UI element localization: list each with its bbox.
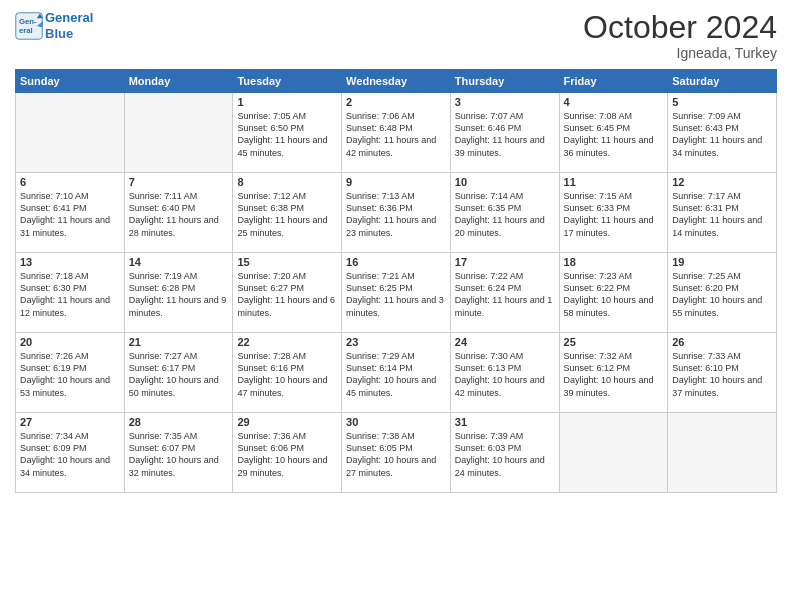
day-info: Sunrise: 7:13 AM Sunset: 6:36 PM Dayligh… (346, 190, 446, 239)
day-info: Sunrise: 7:11 AM Sunset: 6:40 PM Dayligh… (129, 190, 229, 239)
day-info: Sunrise: 7:22 AM Sunset: 6:24 PM Dayligh… (455, 270, 555, 319)
calendar-cell: 11Sunrise: 7:15 AM Sunset: 6:33 PM Dayli… (559, 173, 668, 253)
calendar-cell: 14Sunrise: 7:19 AM Sunset: 6:28 PM Dayli… (124, 253, 233, 333)
day-number: 27 (20, 416, 120, 428)
calendar-cell: 7Sunrise: 7:11 AM Sunset: 6:40 PM Daylig… (124, 173, 233, 253)
day-info: Sunrise: 7:14 AM Sunset: 6:35 PM Dayligh… (455, 190, 555, 239)
title-block: October 2024 Igneada, Turkey (583, 10, 777, 61)
calendar-cell (559, 413, 668, 493)
day-number: 26 (672, 336, 772, 348)
location-title: Igneada, Turkey (583, 45, 777, 61)
day-info: Sunrise: 7:08 AM Sunset: 6:45 PM Dayligh… (564, 110, 664, 159)
calendar-cell: 28Sunrise: 7:35 AM Sunset: 6:07 PM Dayli… (124, 413, 233, 493)
calendar-week-row: 13Sunrise: 7:18 AM Sunset: 6:30 PM Dayli… (16, 253, 777, 333)
calendar-cell: 8Sunrise: 7:12 AM Sunset: 6:38 PM Daylig… (233, 173, 342, 253)
calendar-cell: 13Sunrise: 7:18 AM Sunset: 6:30 PM Dayli… (16, 253, 125, 333)
weekday-header-sunday: Sunday (16, 70, 125, 93)
day-number: 7 (129, 176, 229, 188)
weekday-header-tuesday: Tuesday (233, 70, 342, 93)
calendar-cell: 3Sunrise: 7:07 AM Sunset: 6:46 PM Daylig… (450, 93, 559, 173)
calendar-cell: 9Sunrise: 7:13 AM Sunset: 6:36 PM Daylig… (342, 173, 451, 253)
calendar-cell: 24Sunrise: 7:30 AM Sunset: 6:13 PM Dayli… (450, 333, 559, 413)
day-number: 13 (20, 256, 120, 268)
day-info: Sunrise: 7:33 AM Sunset: 6:10 PM Dayligh… (672, 350, 772, 399)
day-number: 10 (455, 176, 555, 188)
day-number: 30 (346, 416, 446, 428)
calendar-cell: 27Sunrise: 7:34 AM Sunset: 6:09 PM Dayli… (16, 413, 125, 493)
day-info: Sunrise: 7:05 AM Sunset: 6:50 PM Dayligh… (237, 110, 337, 159)
logo-general: General (45, 10, 93, 26)
logo-icon: Gen- eral (15, 12, 43, 40)
day-info: Sunrise: 7:30 AM Sunset: 6:13 PM Dayligh… (455, 350, 555, 399)
weekday-header-friday: Friday (559, 70, 668, 93)
day-number: 19 (672, 256, 772, 268)
day-number: 14 (129, 256, 229, 268)
calendar-cell: 15Sunrise: 7:20 AM Sunset: 6:27 PM Dayli… (233, 253, 342, 333)
day-number: 3 (455, 96, 555, 108)
calendar-cell: 26Sunrise: 7:33 AM Sunset: 6:10 PM Dayli… (668, 333, 777, 413)
calendar-cell: 20Sunrise: 7:26 AM Sunset: 6:19 PM Dayli… (16, 333, 125, 413)
day-info: Sunrise: 7:35 AM Sunset: 6:07 PM Dayligh… (129, 430, 229, 479)
day-info: Sunrise: 7:36 AM Sunset: 6:06 PM Dayligh… (237, 430, 337, 479)
day-info: Sunrise: 7:32 AM Sunset: 6:12 PM Dayligh… (564, 350, 664, 399)
day-number: 28 (129, 416, 229, 428)
day-info: Sunrise: 7:39 AM Sunset: 6:03 PM Dayligh… (455, 430, 555, 479)
day-info: Sunrise: 7:23 AM Sunset: 6:22 PM Dayligh… (564, 270, 664, 319)
day-number: 21 (129, 336, 229, 348)
day-number: 16 (346, 256, 446, 268)
day-number: 12 (672, 176, 772, 188)
day-info: Sunrise: 7:34 AM Sunset: 6:09 PM Dayligh… (20, 430, 120, 479)
day-number: 18 (564, 256, 664, 268)
calendar-cell: 12Sunrise: 7:17 AM Sunset: 6:31 PM Dayli… (668, 173, 777, 253)
day-number: 29 (237, 416, 337, 428)
month-title: October 2024 (583, 10, 777, 45)
header-row: Gen- eral General Blue October 2024 Igne… (15, 10, 777, 61)
weekday-header-monday: Monday (124, 70, 233, 93)
svg-text:eral: eral (19, 26, 33, 35)
day-number: 17 (455, 256, 555, 268)
day-info: Sunrise: 7:29 AM Sunset: 6:14 PM Dayligh… (346, 350, 446, 399)
day-info: Sunrise: 7:19 AM Sunset: 6:28 PM Dayligh… (129, 270, 229, 319)
day-number: 22 (237, 336, 337, 348)
page-container: Gen- eral General Blue October 2024 Igne… (0, 0, 792, 503)
day-number: 11 (564, 176, 664, 188)
day-number: 8 (237, 176, 337, 188)
calendar-week-row: 1Sunrise: 7:05 AM Sunset: 6:50 PM Daylig… (16, 93, 777, 173)
calendar-cell: 31Sunrise: 7:39 AM Sunset: 6:03 PM Dayli… (450, 413, 559, 493)
day-info: Sunrise: 7:26 AM Sunset: 6:19 PM Dayligh… (20, 350, 120, 399)
calendar-cell: 16Sunrise: 7:21 AM Sunset: 6:25 PM Dayli… (342, 253, 451, 333)
calendar-cell: 10Sunrise: 7:14 AM Sunset: 6:35 PM Dayli… (450, 173, 559, 253)
day-info: Sunrise: 7:28 AM Sunset: 6:16 PM Dayligh… (237, 350, 337, 399)
day-number: 6 (20, 176, 120, 188)
calendar-cell: 5Sunrise: 7:09 AM Sunset: 6:43 PM Daylig… (668, 93, 777, 173)
weekday-header-saturday: Saturday (668, 70, 777, 93)
day-number: 24 (455, 336, 555, 348)
day-info: Sunrise: 7:17 AM Sunset: 6:31 PM Dayligh… (672, 190, 772, 239)
calendar-cell: 21Sunrise: 7:27 AM Sunset: 6:17 PM Dayli… (124, 333, 233, 413)
day-info: Sunrise: 7:21 AM Sunset: 6:25 PM Dayligh… (346, 270, 446, 319)
calendar-cell: 18Sunrise: 7:23 AM Sunset: 6:22 PM Dayli… (559, 253, 668, 333)
day-info: Sunrise: 7:27 AM Sunset: 6:17 PM Dayligh… (129, 350, 229, 399)
day-info: Sunrise: 7:15 AM Sunset: 6:33 PM Dayligh… (564, 190, 664, 239)
day-number: 2 (346, 96, 446, 108)
calendar-week-row: 20Sunrise: 7:26 AM Sunset: 6:19 PM Dayli… (16, 333, 777, 413)
logo-blue: Blue (45, 26, 93, 42)
day-number: 5 (672, 96, 772, 108)
day-number: 20 (20, 336, 120, 348)
calendar-cell: 30Sunrise: 7:38 AM Sunset: 6:05 PM Dayli… (342, 413, 451, 493)
day-number: 25 (564, 336, 664, 348)
weekday-header-wednesday: Wednesday (342, 70, 451, 93)
day-info: Sunrise: 7:07 AM Sunset: 6:46 PM Dayligh… (455, 110, 555, 159)
calendar-cell (16, 93, 125, 173)
logo-text-block: General Blue (45, 10, 93, 41)
logo: Gen- eral General Blue (15, 10, 93, 41)
day-info: Sunrise: 7:09 AM Sunset: 6:43 PM Dayligh… (672, 110, 772, 159)
calendar-cell: 17Sunrise: 7:22 AM Sunset: 6:24 PM Dayli… (450, 253, 559, 333)
calendar-cell (124, 93, 233, 173)
day-number: 4 (564, 96, 664, 108)
day-info: Sunrise: 7:25 AM Sunset: 6:20 PM Dayligh… (672, 270, 772, 319)
day-info: Sunrise: 7:06 AM Sunset: 6:48 PM Dayligh… (346, 110, 446, 159)
weekday-header-row: SundayMondayTuesdayWednesdayThursdayFrid… (16, 70, 777, 93)
calendar-cell: 19Sunrise: 7:25 AM Sunset: 6:20 PM Dayli… (668, 253, 777, 333)
calendar-cell: 4Sunrise: 7:08 AM Sunset: 6:45 PM Daylig… (559, 93, 668, 173)
